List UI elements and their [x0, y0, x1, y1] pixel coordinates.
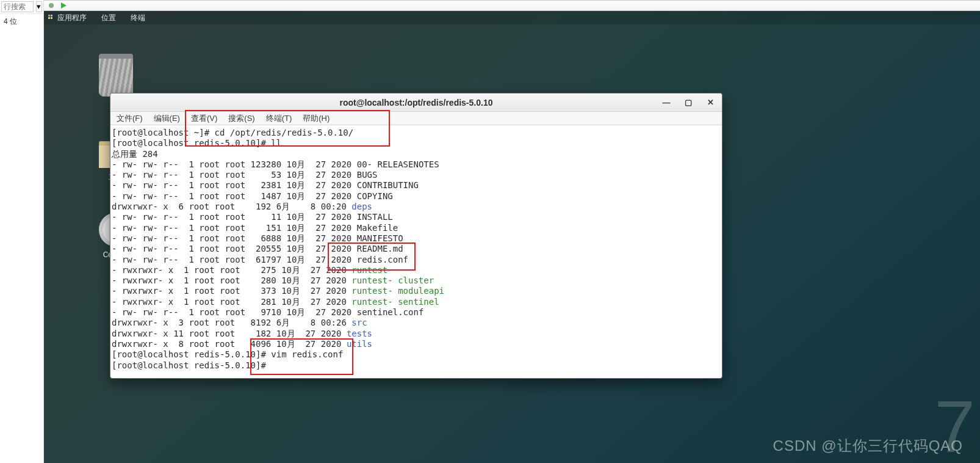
terminal-listing-line: drwxrwxr- x 11 root root 182 10月 27 2020… — [112, 329, 721, 339]
close-button[interactable]: ✕ — [702, 96, 718, 108]
svg-rect-5 — [51, 17, 52, 19]
menu-edit[interactable]: 编辑(E) — [154, 113, 180, 124]
ide-toolbar — [44, 0, 980, 11]
minimize-button[interactable]: — — [658, 96, 674, 108]
gnome-places[interactable]: 位置 — [101, 13, 116, 23]
svg-marker-1 — [61, 2, 67, 9]
svg-rect-3 — [51, 15, 52, 16]
terminal-menubar: 文件(F) 编辑(E) 查看(V) 搜索(S) 终端(T) 帮助(H) — [110, 112, 722, 125]
terminal-listing-line: - rw- rw- r-- 1 root root 61797 10月 27 2… — [112, 255, 721, 265]
gnome-terminal[interactable]: 终端 — [131, 13, 145, 23]
terminal-listing-line: - rw- rw- r-- 1 root root 151 10月 27 202… — [112, 223, 721, 233]
trash-icon — [99, 54, 133, 97]
menu-search[interactable]: 搜索(S) — [228, 113, 254, 124]
menu-terminal[interactable]: 终端(T) — [266, 113, 292, 124]
terminal-listing-line: - rwxrwxr- x 1 root root 281 10月 27 2020… — [112, 297, 721, 307]
search-input[interactable] — [1, 1, 34, 12]
svg-rect-4 — [48, 17, 50, 19]
status-text: 4 位 — [0, 14, 43, 29]
gnome-applications[interactable]: 应用程序 — [48, 13, 87, 23]
menu-help[interactable]: 帮助(H) — [303, 113, 330, 124]
menu-file[interactable]: 文件(F) — [117, 113, 143, 124]
terminal-listing-line: - rwxrwxr- x 1 root root 280 10月 27 2020… — [112, 275, 721, 286]
terminal-listing-line: - rw- rw- r-- 1 root root 11 10月 27 2020… — [112, 212, 721, 222]
terminal-listing-line: - rwxrwxr- x 1 root root 275 10月 27 2020… — [112, 265, 721, 275]
search-dropdown[interactable]: ▾ — [36, 1, 42, 12]
terminal-title-text: root@localhost:/opt/redis/redis-5.0.10 — [340, 98, 493, 108]
terminal-listing-line: drwxrwxr- x 8 root root 4096 10月 27 2020… — [112, 339, 721, 349]
ide-play-icon[interactable] — [60, 2, 67, 9]
terminal-listing-line: - rwxrwxr- x 1 root root 373 10月 27 2020… — [112, 286, 721, 296]
terminal-listing-line: - rw- rw- r-- 1 root root 1487 10月 27 20… — [112, 191, 721, 202]
menu-view[interactable]: 查看(V) — [191, 113, 217, 124]
terminal-listing-line: - rw- rw- r-- 1 root root 6888 10月 27 20… — [112, 233, 721, 244]
terminal-total-line: 总用量 284 — [112, 149, 721, 159]
terminal-prompt-line: [root@localhost redis-5.0.10]# — [112, 360, 721, 371]
terminal-listing-line: - rw- rw- r-- 1 root root 53 10月 27 2020… — [112, 170, 721, 180]
terminal-prompt-line: [root@localhost ~]# cd /opt/redis/redis-… — [112, 128, 721, 138]
terminal-body[interactable]: [root@localhost ~]# cd /opt/redis/redis-… — [110, 125, 722, 378]
maximize-button[interactable]: ▢ — [680, 96, 696, 108]
ide-left-pane: ▾ 4 位 — [0, 0, 44, 463]
ide-tool-icon — [48, 2, 55, 9]
terminal-listing-line: drwxrwxr- x 3 root root 8192 6月 8 00:26 … — [112, 318, 721, 328]
terminal-prompt-line: [root@localhost redis-5.0.10]# ll — [112, 138, 721, 148]
vm-viewport: 应用程序 位置 终端 回 主文 CentOS root@localhost:/o… — [44, 11, 980, 463]
svg-rect-2 — [48, 15, 50, 16]
terminal-listing-line: drwxrwxr- x 6 root root 192 6月 8 00:20 d… — [112, 202, 721, 212]
terminal-listing-line: - rw- rw- r-- 1 root root 2381 10月 27 20… — [112, 180, 721, 191]
apps-icon — [48, 14, 55, 21]
terminal-prompt-line: [root@localhost redis-5.0.10]# vim redis… — [112, 349, 721, 360]
watermark: CSDN @让你三行代码QAQ — [773, 436, 963, 456]
terminal-listing-line: - rw- rw- r-- 1 root root 20555 10月 27 2… — [112, 244, 721, 254]
terminal-listing-line: - rw- rw- r-- 1 root root 123280 10月 27 … — [112, 159, 721, 170]
terminal-listing-line: - rw- rw- r-- 1 root root 9710 10月 27 20… — [112, 307, 721, 318]
apps-label: 应用程序 — [57, 13, 87, 23]
gnome-top-bar: 应用程序 位置 终端 — [44, 11, 980, 24]
terminal-window: root@localhost:/opt/redis/redis-5.0.10 —… — [110, 93, 722, 379]
terminal-titlebar[interactable]: root@localhost:/opt/redis/redis-5.0.10 —… — [110, 93, 722, 112]
svg-point-0 — [49, 3, 54, 8]
